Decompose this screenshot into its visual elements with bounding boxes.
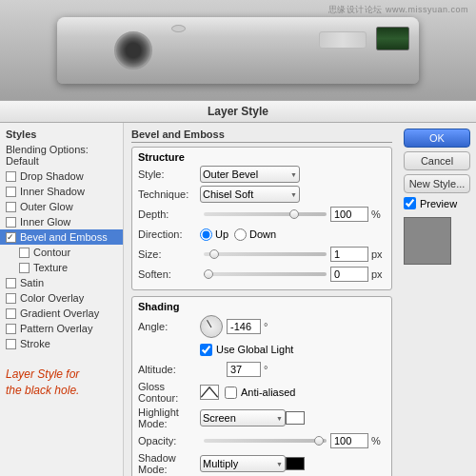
pattern-overlay-checkbox[interactable]: [6, 324, 16, 334]
size-unit: px: [371, 248, 386, 260]
depth-slider-track[interactable]: [204, 212, 327, 216]
size-slider-thumb[interactable]: [209, 249, 219, 259]
inner-shadow-checkbox[interactable]: [6, 187, 16, 197]
altitude-row: Altitude: 37 °: [138, 361, 386, 378]
anti-alias-label: Anti-aliased: [241, 387, 295, 398]
technique-row: Technique: Chisel Soft Smooth Chisel Har…: [138, 186, 386, 203]
highlight-mode-select-wrapper[interactable]: Screen Normal Multiply: [200, 409, 286, 426]
soften-slider-thumb[interactable]: [204, 269, 213, 279]
soften-label: Soften:: [138, 268, 200, 280]
blending-label: Blending Options: Default: [6, 144, 117, 167]
sidebar-item-pattern-overlay[interactable]: Pattern Overlay: [0, 321, 123, 336]
color-overlay-checkbox[interactable]: [6, 293, 16, 304]
sidebar: Styles Blending Options: Default Drop Sh…: [0, 123, 124, 476]
color-overlay-label: Color Overlay: [20, 292, 84, 304]
highlight-opacity-row: Opacity: 100 %: [138, 432, 386, 449]
global-light-checkbox[interactable]: [200, 344, 212, 356]
shading-section: Shading Angle: -146 ° Use Global Light: [131, 296, 392, 476]
shadow-mode-select-wrapper[interactable]: Multiply Normal Screen: [200, 455, 286, 472]
highlight-opacity-unit: %: [371, 435, 386, 446]
anti-alias-check[interactable]: Anti-aliased: [225, 387, 295, 399]
shadow-mode-row: Shadow Mode: Multiply Normal Screen: [138, 452, 386, 475]
preview-checkbox-container[interactable]: Preview: [404, 197, 472, 209]
satin-label: Satin: [20, 277, 44, 288]
sidebar-item-bevel-emboss[interactable]: Bevel and Emboss: [0, 229, 123, 245]
inner-shadow-label: Inner Shadow: [20, 186, 85, 197]
satin-checkbox[interactable]: [6, 278, 16, 288]
global-light-label[interactable]: Use Global Light: [200, 344, 293, 356]
global-light-text: Use Global Light: [216, 344, 293, 355]
contour-label: Contour: [33, 247, 70, 258]
stroke-checkbox[interactable]: [6, 339, 16, 349]
ok-button[interactable]: OK: [404, 129, 470, 148]
direction-down-item[interactable]: Down: [234, 228, 276, 241]
size-input[interactable]: 1: [330, 247, 368, 262]
depth-input[interactable]: 100: [330, 207, 368, 222]
depth-row: Depth: 100 %: [138, 206, 386, 223]
sidebar-item-contour[interactable]: Contour: [0, 245, 123, 260]
highlight-opacity-thumb[interactable]: [314, 436, 324, 446]
technique-select[interactable]: Chisel Soft Smooth Chisel Hard: [200, 186, 300, 203]
preview-label: Preview: [420, 198, 457, 209]
direction-up-item[interactable]: Up: [200, 228, 228, 241]
highlight-mode-select[interactable]: Screen Normal Multiply: [200, 409, 286, 426]
altitude-label: Altitude:: [138, 364, 200, 375]
gloss-contour-label: Gloss Contour:: [138, 381, 200, 404]
highlight-color-swatch[interactable]: [286, 411, 305, 425]
gradient-overlay-checkbox[interactable]: [6, 308, 16, 319]
soften-slider-track[interactable]: [204, 272, 327, 276]
direction-radio-group: Up Down: [200, 228, 276, 241]
angle-input[interactable]: -146: [227, 319, 261, 334]
soften-input[interactable]: 0: [330, 267, 368, 282]
bevel-emboss-checkbox[interactable]: [6, 232, 16, 243]
new-style-button[interactable]: New Style...: [404, 174, 470, 193]
sidebar-item-color-overlay[interactable]: Color Overlay: [0, 290, 123, 306]
sidebar-item-blending[interactable]: Blending Options: Default: [0, 142, 123, 169]
sidebar-item-drop-shadow[interactable]: Drop Shadow: [0, 169, 123, 184]
preview-checkbox[interactable]: [404, 197, 416, 209]
highlight-opacity-slider-track[interactable]: [204, 439, 327, 443]
camera-image: 思缘设计论坛 www.missyuan.com: [0, 0, 476, 100]
camera-lens: [114, 31, 152, 69]
preview-swatch: [404, 217, 451, 265]
styles-header: Styles: [0, 127, 123, 142]
angle-unit: °: [264, 321, 278, 332]
gradient-overlay-label: Gradient Overlay: [20, 307, 99, 319]
sidebar-item-gradient-overlay[interactable]: Gradient Overlay: [0, 306, 123, 321]
direction-up-label: Up: [215, 228, 228, 240]
highlight-opacity-input[interactable]: 100: [330, 433, 368, 448]
contour-checkbox[interactable]: [19, 248, 30, 258]
angle-dial[interactable]: [200, 315, 223, 338]
sidebar-bottom-line1: Layer Style for: [6, 367, 79, 381]
texture-checkbox[interactable]: [19, 263, 30, 273]
drop-shadow-checkbox[interactable]: [6, 171, 16, 182]
sidebar-item-texture[interactable]: Texture: [0, 260, 123, 275]
outer-glow-checkbox[interactable]: [6, 202, 16, 212]
style-select[interactable]: Outer Bevel Inner Bevel Emboss: [200, 166, 300, 183]
gloss-contour-row: Gloss Contour: Anti-aliased: [138, 381, 386, 404]
shadow-mode-select[interactable]: Multiply Normal Screen: [200, 455, 286, 472]
global-light-row: Use Global Light: [200, 341, 386, 358]
shadow-color-swatch[interactable]: [286, 457, 305, 470]
direction-up-radio[interactable]: [200, 228, 212, 241]
depth-slider-thumb[interactable]: [289, 209, 299, 219]
sidebar-item-inner-glow[interactable]: Inner Glow: [0, 214, 123, 229]
highlight-opacity-label: Opacity:: [138, 435, 200, 446]
direction-down-radio[interactable]: [234, 228, 247, 241]
technique-select-wrapper[interactable]: Chisel Soft Smooth Chisel Hard: [200, 186, 300, 203]
anti-alias-checkbox[interactable]: [225, 387, 237, 399]
direction-label: Direction:: [138, 228, 200, 240]
contour-preview[interactable]: [200, 385, 219, 400]
pattern-overlay-label: Pattern Overlay: [20, 323, 92, 334]
sidebar-item-satin[interactable]: Satin: [0, 275, 123, 290]
sidebar-item-inner-shadow[interactable]: Inner Shadow: [0, 184, 123, 199]
shading-title: Shading: [138, 301, 386, 312]
cancel-button[interactable]: Cancel: [404, 151, 470, 170]
style-select-wrapper[interactable]: Outer Bevel Inner Bevel Emboss: [200, 166, 300, 183]
altitude-input[interactable]: 37: [227, 362, 261, 377]
sidebar-item-stroke[interactable]: Stroke: [0, 336, 123, 351]
angle-dial-line: [207, 320, 211, 327]
inner-glow-checkbox[interactable]: [6, 217, 16, 228]
size-slider-track[interactable]: [204, 252, 327, 256]
sidebar-item-outer-glow[interactable]: Outer Glow: [0, 199, 123, 214]
